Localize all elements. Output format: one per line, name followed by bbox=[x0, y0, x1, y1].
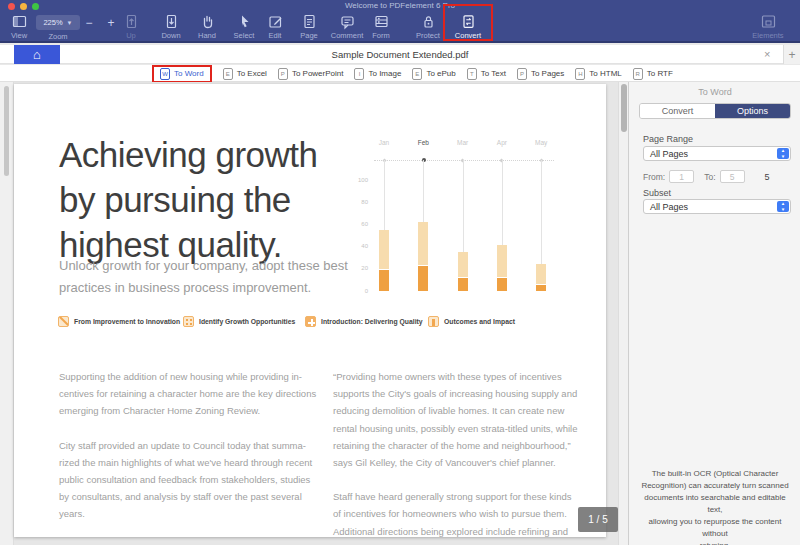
chart-dropline bbox=[384, 160, 385, 230]
header-toolbar: Welcome to PDFelement 6 Pro View 225% ▼ … bbox=[0, 0, 800, 43]
panel-layout-icon bbox=[760, 13, 777, 30]
chart-bar-lower bbox=[418, 265, 428, 291]
hand-icon bbox=[199, 13, 216, 30]
feature-item: From Improvement to Innovation bbox=[58, 316, 180, 327]
home-button[interactable]: ⌂ bbox=[14, 45, 60, 64]
text-column-left: Supporting the addition of new housing w… bbox=[59, 368, 323, 545]
convert-format-to-excel[interactable]: ETo Excel bbox=[223, 68, 267, 80]
chart-dropline bbox=[423, 160, 424, 222]
page-up-label: Up bbox=[126, 31, 136, 40]
zoom-level-dropdown[interactable]: 225% ▼ bbox=[36, 15, 80, 30]
paragraph: Supporting the addition of new housing w… bbox=[59, 368, 323, 420]
chart-category-label: Mar bbox=[448, 139, 478, 146]
paragraph: City staff provided an update to Council… bbox=[59, 437, 323, 523]
form-button[interactable]: Form bbox=[358, 13, 404, 40]
window-title: Welcome to PDFelement 6 Pro bbox=[0, 1, 800, 10]
convert-format-to-epub[interactable]: ETo ePub bbox=[412, 68, 455, 80]
pdfelement-window: Welcome to PDFelement 6 Pro View 225% ▼ … bbox=[0, 0, 800, 545]
page-label: Page bbox=[300, 31, 318, 40]
zoom-out-button[interactable]: − bbox=[81, 16, 97, 30]
page-subtitle: Unlock growth for your company, adopt th… bbox=[59, 255, 348, 298]
convert-format-label: To ePub bbox=[426, 69, 455, 78]
feature-label: Introduction: Delivering Quality bbox=[321, 318, 423, 325]
chart-y-tick: 60 bbox=[352, 221, 368, 227]
page-range-select[interactable]: All Pages ▲▼ bbox=[643, 146, 791, 161]
to-page-input[interactable] bbox=[720, 170, 745, 183]
chevron-down-icon: ▼ bbox=[67, 20, 73, 26]
form-icon bbox=[373, 13, 390, 30]
chart-y-tick: 40 bbox=[352, 243, 368, 249]
convert-icon bbox=[460, 13, 477, 30]
document-tab-title[interactable]: Sample Document Extended.pdf bbox=[100, 49, 700, 60]
page-up-icon bbox=[123, 13, 140, 30]
document-scrollbar-thumb[interactable] bbox=[621, 84, 627, 132]
tab-close-icon[interactable]: × bbox=[764, 48, 770, 60]
elements-label: Elements bbox=[752, 31, 783, 40]
feature-item: Outcomes and Impact bbox=[428, 316, 515, 327]
tab-convert[interactable]: Convert bbox=[640, 104, 715, 118]
chart-category-label: May bbox=[526, 139, 556, 146]
form-label: Form bbox=[372, 31, 390, 40]
chart-dropline bbox=[541, 160, 542, 264]
stepper-arrows-icon: ▲▼ bbox=[777, 148, 789, 159]
file-format-icon: P bbox=[278, 68, 288, 80]
zoom-value: 225% bbox=[43, 18, 62, 27]
chart-category-label: Jan bbox=[369, 139, 399, 146]
file-format-icon: E bbox=[412, 68, 422, 80]
convert-button[interactable]: Convert bbox=[445, 13, 491, 40]
tab-options[interactable]: Options bbox=[715, 104, 790, 118]
convert-format-to-rtf[interactable]: RTo RTF bbox=[633, 68, 673, 80]
convert-format-to-text[interactable]: TTo Text bbox=[467, 68, 506, 80]
file-format-icon: P bbox=[517, 68, 527, 80]
feature-item: Introduction: Delivering Quality bbox=[305, 316, 423, 327]
convert-format-to-pages[interactable]: PTo Pages bbox=[517, 68, 564, 80]
zoom-label: Zoom bbox=[36, 32, 80, 41]
file-format-icon: I bbox=[354, 68, 364, 80]
subset-label: Subset bbox=[643, 188, 671, 198]
chart-y-tick: 100 bbox=[352, 177, 368, 183]
convert-format-bar: WTo WordETo ExcelPTo PowerPointITo Image… bbox=[0, 65, 800, 82]
chart-y-tick: 80 bbox=[352, 199, 368, 205]
file-format-icon: T bbox=[467, 68, 477, 80]
chart-bar-lower bbox=[458, 277, 468, 291]
convert-format-label: To PowerPoint bbox=[292, 69, 344, 78]
convert-format-label: To Pages bbox=[531, 69, 564, 78]
select-cursor-icon bbox=[236, 13, 253, 30]
chart-category-label: Feb bbox=[408, 139, 438, 146]
new-tab-button[interactable]: + bbox=[783, 45, 800, 64]
subset-select[interactable]: All Pages ▲▼ bbox=[643, 199, 791, 214]
page-range-value: All Pages bbox=[650, 149, 688, 159]
chart-dropline bbox=[463, 160, 464, 252]
document-scrollbar[interactable] bbox=[618, 82, 628, 545]
convert-format-label: To HTML bbox=[589, 69, 621, 78]
ocr-description: The built-in OCR (Optical Character Reco… bbox=[640, 468, 790, 545]
feature-label: Outcomes and Impact bbox=[444, 318, 515, 325]
pdf-page: Achieving growth by pursuing the highest… bbox=[14, 84, 606, 537]
page-title: Achieving growth by pursuing the highest… bbox=[59, 132, 318, 267]
convert-format-to-word[interactable]: WTo Word bbox=[152, 65, 212, 83]
titlebar: Welcome to PDFelement 6 Pro bbox=[0, 0, 800, 12]
comment-bubble-icon bbox=[339, 13, 356, 30]
elements-panel-button[interactable]: Elements bbox=[745, 13, 791, 40]
total-pages-value: 5 bbox=[765, 172, 770, 182]
convert-format-to-image[interactable]: ITo Image bbox=[354, 68, 401, 80]
from-page-input[interactable] bbox=[669, 170, 694, 183]
convert-format-label: To Image bbox=[368, 69, 401, 78]
feature-item: Identify Growth Opportunities bbox=[183, 316, 295, 327]
file-format-icon: H bbox=[575, 68, 585, 80]
paragraph: “Providing home owners with these types … bbox=[333, 368, 603, 471]
document-viewport: Achieving growth by pursuing the highest… bbox=[14, 82, 618, 545]
panel-tabs: Convert Options bbox=[639, 103, 791, 119]
convert-format-to-powerpoint[interactable]: PTo PowerPoint bbox=[278, 68, 344, 80]
convert-format-to-html[interactable]: HTo HTML bbox=[575, 68, 621, 80]
dotted-square-icon bbox=[183, 316, 194, 327]
page-indicator-badge: 1 / 5 bbox=[578, 507, 618, 532]
convert-format-label: To Word bbox=[174, 69, 204, 78]
convert-format-label: To RTF bbox=[647, 69, 673, 78]
chart-y-tick: 0 bbox=[352, 288, 368, 294]
chart-bar-lower bbox=[379, 269, 389, 291]
edit-pencil-icon bbox=[267, 13, 284, 30]
edit-label: Edit bbox=[269, 31, 282, 40]
left-scrollbar-thumb[interactable] bbox=[4, 86, 9, 176]
page-range-label: Page Range bbox=[643, 134, 693, 144]
